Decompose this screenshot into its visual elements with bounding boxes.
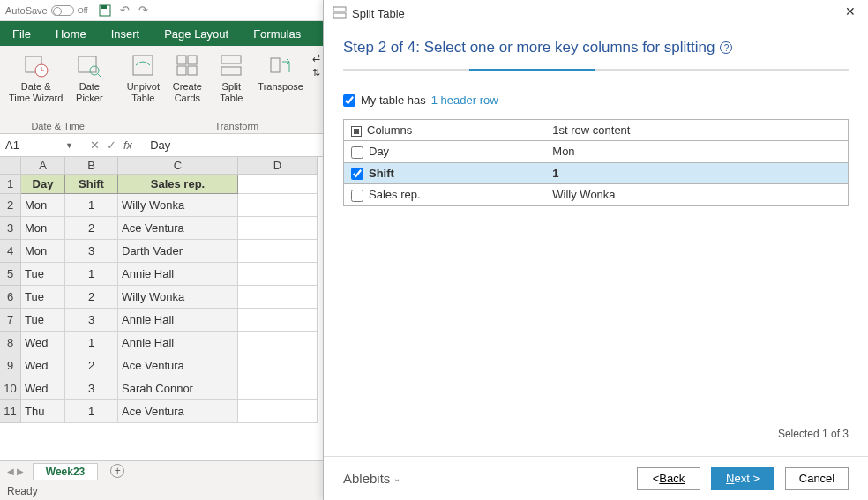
cell-rep[interactable]: Ace Ventura: [118, 217, 238, 240]
table-header-2[interactable]: Sales rep.: [118, 175, 238, 194]
select-all-cell[interactable]: [0, 157, 21, 175]
row-header-3[interactable]: 3: [0, 217, 21, 240]
help-icon[interactable]: ?: [720, 41, 732, 54]
cell-shift[interactable]: 1: [65, 332, 118, 354]
empty-cell[interactable]: [238, 309, 318, 332]
empty-cell[interactable]: [238, 263, 318, 286]
cell-shift[interactable]: 1: [65, 194, 118, 217]
brand-menu[interactable]: Ablebits ⌄: [343, 471, 400, 486]
select-all-checkbox[interactable]: [351, 126, 362, 137]
empty-cell[interactable]: [238, 332, 318, 354]
cell-day[interactable]: Tue: [21, 309, 65, 332]
fx-icon[interactable]: fx: [123, 138, 132, 152]
empty-cell[interactable]: [238, 240, 318, 263]
cell-shift[interactable]: 1: [65, 400, 118, 423]
cell-shift[interactable]: 3: [65, 309, 118, 332]
tab-formulas[interactable]: Formulas: [241, 21, 313, 46]
columns-header[interactable]: Columns: [344, 120, 546, 141]
cell-rep[interactable]: Annie Hall: [118, 332, 238, 354]
table-header-0[interactable]: Day: [21, 175, 65, 194]
row-header-1[interactable]: 1: [0, 175, 21, 194]
split-table-button[interactable]: Split Table: [210, 49, 252, 106]
cell-shift[interactable]: 2: [65, 354, 118, 377]
row-header-6[interactable]: 6: [0, 286, 21, 309]
create-cards-button[interactable]: Create Cards: [166, 49, 208, 106]
header-row-checkbox[interactable]: My table has 1 header row: [343, 93, 849, 107]
cell-rep[interactable]: Darth Vader: [118, 240, 238, 263]
cell-day[interactable]: Mon: [21, 240, 65, 263]
empty-cell[interactable]: [238, 286, 318, 309]
empty-cell[interactable]: [238, 217, 318, 240]
name-box[interactable]: A1 ▼: [0, 134, 79, 156]
row-header-10[interactable]: 10: [0, 377, 21, 400]
header-row-check[interactable]: [343, 94, 355, 107]
cell-rep[interactable]: Ace Ventura: [118, 354, 238, 377]
row-header-8[interactable]: 8: [0, 332, 21, 354]
row-header-9[interactable]: 9: [0, 354, 21, 377]
cell-rep[interactable]: Ace Ventura: [118, 400, 238, 423]
col-header-A[interactable]: A: [21, 157, 65, 175]
empty-cell[interactable]: [238, 194, 318, 217]
col-header-D[interactable]: D: [238, 157, 318, 175]
cell-shift[interactable]: 2: [65, 286, 118, 309]
next-button[interactable]: Next >: [711, 467, 774, 490]
save-icon[interactable]: [99, 4, 111, 17]
close-button[interactable]: ✕: [842, 4, 859, 22]
cell-day[interactable]: Tue: [21, 263, 65, 286]
date-time-wizard-button[interactable]: Date & Time Wizard: [5, 49, 66, 106]
row-header-4[interactable]: 4: [0, 240, 21, 263]
row-header-7[interactable]: 7: [0, 309, 21, 332]
sheet-tab-week23[interactable]: Week23: [33, 463, 98, 480]
table-header-1[interactable]: Shift: [65, 175, 118, 194]
tab-file[interactable]: File: [0, 21, 43, 46]
cell-day[interactable]: Mon: [21, 217, 65, 240]
transpose-button[interactable]: Transpose: [254, 49, 307, 94]
cell-shift[interactable]: 1: [65, 263, 118, 286]
column-checkbox-2[interactable]: [351, 190, 363, 202]
cell-rep[interactable]: Willy Wonka: [118, 194, 238, 217]
cell-rep[interactable]: Annie Hall: [118, 309, 238, 332]
header-row-link[interactable]: 1 header row: [431, 93, 498, 107]
svg-rect-13: [221, 67, 241, 75]
cell-rep[interactable]: Sarah Connor: [118, 377, 238, 400]
autosave-toggle[interactable]: AutoSave Off: [5, 5, 88, 16]
cell-day[interactable]: Wed: [21, 377, 65, 400]
cell-day[interactable]: Tue: [21, 286, 65, 309]
confirm-edit-icon[interactable]: ✓: [107, 138, 116, 152]
col-header-B[interactable]: B: [65, 157, 118, 175]
add-sheet-button[interactable]: +: [110, 464, 124, 478]
col-header-C[interactable]: C: [118, 157, 238, 175]
cancel-button[interactable]: Cancel: [785, 467, 849, 490]
column-checkbox-1[interactable]: [351, 168, 363, 180]
row-header-5[interactable]: 5: [0, 263, 21, 286]
cell-day[interactable]: Mon: [21, 194, 65, 217]
cell-day[interactable]: Wed: [21, 354, 65, 377]
column-row-2[interactable]: Sales rep. Willy Wonka: [344, 184, 849, 206]
empty-cell[interactable]: [238, 400, 318, 423]
empty-cell[interactable]: [238, 175, 318, 194]
empty-cell[interactable]: [238, 354, 318, 377]
cell-day[interactable]: Thu: [21, 400, 65, 423]
back-button[interactable]: < Back: [637, 467, 700, 490]
cell-shift[interactable]: 3: [65, 377, 118, 400]
tab-nav[interactable]: ◀ ▶: [7, 466, 24, 476]
cell-rep[interactable]: Willy Wonka: [118, 286, 238, 309]
column-row-1[interactable]: Shift 1: [344, 162, 849, 184]
tab-home[interactable]: Home: [43, 21, 99, 46]
column-checkbox-0[interactable]: [351, 146, 363, 159]
row-header-2[interactable]: 2: [0, 194, 21, 217]
column-row-0[interactable]: Day Mon: [344, 141, 849, 163]
date-picker-button[interactable]: Date Picker: [68, 49, 110, 106]
empty-cell[interactable]: [238, 377, 318, 400]
row-header-11[interactable]: 11: [0, 400, 21, 423]
cell-day[interactable]: Wed: [21, 332, 65, 354]
cell-shift[interactable]: 3: [65, 240, 118, 263]
tab-insert[interactable]: Insert: [99, 21, 153, 46]
redo-icon[interactable]: ↷: [138, 4, 148, 17]
cell-shift[interactable]: 2: [65, 217, 118, 240]
cell-rep[interactable]: Annie Hall: [118, 263, 238, 286]
undo-icon[interactable]: ↶: [120, 4, 130, 17]
unpivot-table-button[interactable]: Unpivot Table: [122, 49, 164, 106]
tab-page-layout[interactable]: Page Layout: [152, 21, 241, 46]
cancel-edit-icon[interactable]: ✕: [90, 138, 100, 152]
